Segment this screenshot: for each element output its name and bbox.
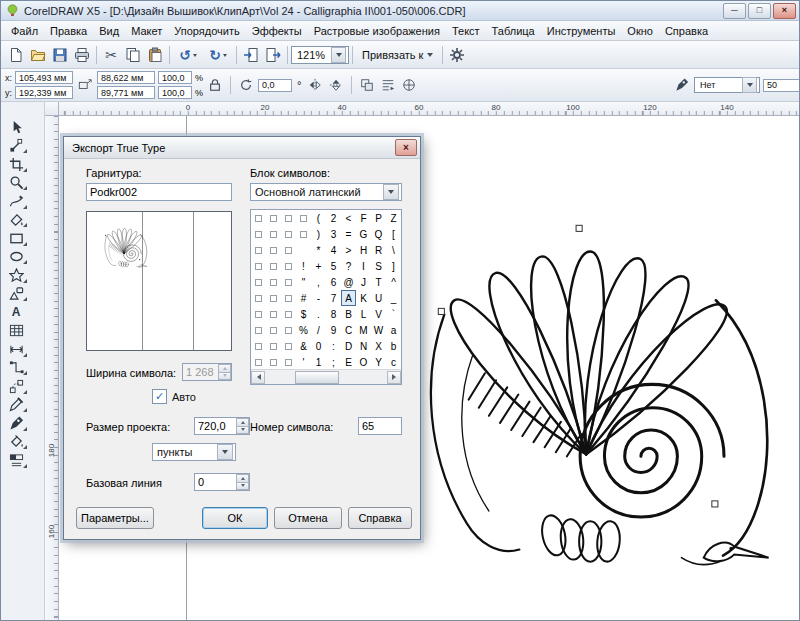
symbol-number-input[interactable] [358,417,402,435]
char-cell[interactable]: 2 [326,210,341,226]
char-cell[interactable]: + [311,258,326,274]
char-cell[interactable]: 7 [326,290,341,306]
char-cell[interactable]: $ [296,306,311,322]
spin-down-button[interactable] [236,426,249,435]
print-button[interactable] [71,44,93,66]
char-cell[interactable]: ] [386,258,401,274]
char-cell[interactable]: \ [386,242,401,258]
char-cell[interactable]: R [371,242,386,258]
char-cell[interactable] [281,210,296,226]
grid-horizontal-scrollbar[interactable] [251,369,401,384]
char-cell[interactable] [251,306,266,322]
open-button[interactable] [27,44,49,66]
char-cell[interactable]: , [311,274,326,290]
char-cell[interactable] [251,226,266,242]
char-cell[interactable]: & [296,338,311,354]
char-cell[interactable] [251,322,266,338]
horizontal-ruler[interactable]: 0 20 40 60 80 100 120 140 [59,102,799,116]
font-name-input[interactable] [86,183,232,201]
char-cell[interactable] [266,258,281,274]
char-cell[interactable] [251,210,266,226]
symbol-block-dropdown[interactable]: Основной латинский [250,183,402,201]
fill-tool[interactable] [3,433,29,452]
char-cell[interactable]: D [341,338,356,354]
dimension-tool[interactable] [3,340,29,359]
char-cell[interactable]: B [341,306,356,322]
pos-x-field[interactable]: 105,493 мм [15,71,73,84]
zoom-level-combo[interactable]: 121% [291,46,349,64]
char-cell[interactable]: H [356,242,371,258]
char-cell[interactable] [251,242,266,258]
import-button[interactable] [240,44,262,66]
char-cell[interactable] [281,274,296,290]
snap-to-button[interactable]: Привязать к [356,45,439,65]
char-cell[interactable] [281,242,296,258]
char-cell[interactable]: 1 [311,354,326,370]
zoom-dropdown-button[interactable] [331,47,346,63]
char-cell[interactable]: K [356,290,371,306]
outline-pen-tool[interactable] [3,414,29,433]
parameters-button[interactable]: Параметры... [76,507,154,529]
crop-tool[interactable] [3,155,29,174]
char-cell[interactable]: Q [371,226,386,242]
char-cell[interactable]: V [371,306,386,322]
save-button[interactable] [49,44,71,66]
char-cell[interactable]: T [371,274,386,290]
char-cell[interactable] [251,290,266,306]
menu-table[interactable]: Таблица [486,23,541,39]
shape-tool[interactable] [3,137,29,156]
char-cell[interactable]: ^ [386,274,401,290]
spin-down-button[interactable] [236,482,249,491]
char-cell[interactable] [266,306,281,322]
polygon-tool[interactable] [3,266,29,285]
char-cell[interactable]: ? [341,258,356,274]
symbol-block-dropdown-button[interactable] [383,184,399,200]
char-cell[interactable]: ( [311,210,326,226]
char-cell[interactable] [251,354,266,370]
char-cell[interactable]: X [371,338,386,354]
scale-x-field[interactable]: 100,0 [158,71,192,84]
outline-width-dropdown-button[interactable] [742,77,757,93]
blend-tool[interactable] [3,377,29,396]
checkbox-check-icon[interactable]: ✓ [152,389,167,404]
scroll-left-button[interactable] [251,371,265,384]
char-cell[interactable]: . [311,306,326,322]
toolbar-extra-icon-3[interactable] [400,76,418,94]
menu-view[interactable]: Вид [93,23,125,39]
menu-text[interactable]: Текст [446,23,486,39]
menu-arrange[interactable]: Упорядочить [168,23,245,39]
char-cell[interactable] [281,306,296,322]
char-cell[interactable]: 5 [326,258,341,274]
menu-layout[interactable]: Макет [125,23,168,39]
pos-y-field[interactable]: 192,339 мм [15,86,73,99]
cropped-right-field[interactable]: 50 [763,79,800,92]
vertical-ruler[interactable]: 180 160 [45,116,59,621]
spin-up-button[interactable] [236,474,249,482]
undo-button[interactable]: ↺ [173,44,203,66]
char-cell[interactable]: E [341,354,356,370]
cancel-button[interactable]: Отмена [274,507,342,529]
char-cell[interactable]: J [356,274,371,290]
pick-tool[interactable] [3,118,29,137]
char-cell[interactable]: L [356,306,371,322]
char-cell[interactable]: @ [341,274,356,290]
char-cell[interactable]: _ [386,290,401,306]
char-cell[interactable]: A [341,290,356,306]
char-cell[interactable] [281,258,296,274]
char-cell[interactable]: C [341,322,356,338]
char-cell[interactable] [266,274,281,290]
basic-shapes-tool[interactable] [3,285,29,304]
object-width-field[interactable]: 88,622 мм [97,71,155,84]
char-cell[interactable]: 4 [326,242,341,258]
paste-button[interactable] [144,44,166,66]
char-cell[interactable] [266,338,281,354]
char-cell[interactable] [266,226,281,242]
char-cell[interactable]: Z [386,210,401,226]
menu-help[interactable]: Справка [659,23,714,39]
close-button[interactable]: × [773,3,796,19]
units-dropdown-button[interactable] [217,444,233,460]
char-cell[interactable]: I [356,258,371,274]
char-cell[interactable] [266,322,281,338]
copy-button[interactable] [122,44,144,66]
char-cell[interactable]: P [371,210,386,226]
